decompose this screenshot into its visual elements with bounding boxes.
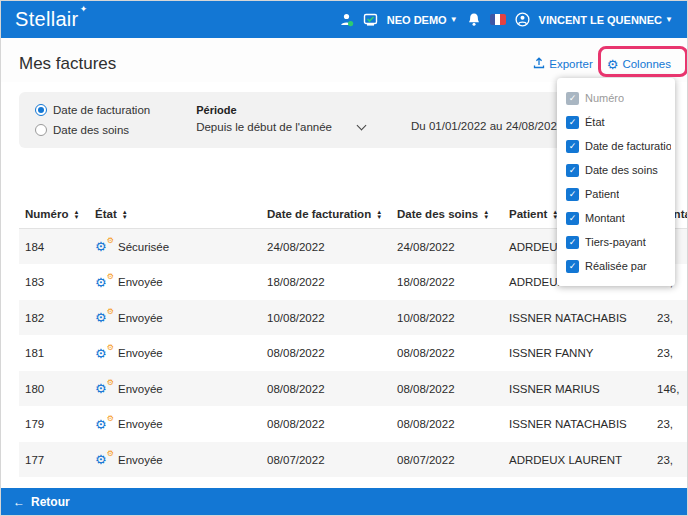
gears-status-icon: ⚙⚙ [95,418,113,431]
radio-date-soins-label: Date des soins [53,124,129,136]
cell-patient: ISSNER NATACHABIS [503,300,651,335]
column-toggle[interactable]: ✓ Tiers-payant [566,230,671,254]
cell-date-facturation: 08/08/2022 [261,335,391,370]
chevron-down-icon [357,120,367,130]
vitale-card-icon[interactable] [339,12,354,27]
page-title: Mes factures [19,54,116,74]
column-toggle[interactable]: ✓ Montant [566,206,671,230]
gear-icon: ⚙ [607,58,619,71]
cell-date-facturation: 08/08/2022 [261,406,391,441]
cell-patient: ISSNER NATACHABIS [503,406,651,441]
cell-numero: 177 [19,442,89,477]
app-logo[interactable]: Stellair ✦ [15,8,79,31]
periode-select[interactable]: Depuis le début de l'année [196,121,365,133]
columns-label: Colonnes [622,58,671,70]
column-header[interactable]: État▲▼ [89,200,261,229]
radio-date-facturation[interactable]: Date de facturation [35,104,150,116]
cell-date-soins: 18/08/2022 [391,264,503,299]
checkbox-checked-icon: ✓ [566,140,579,153]
cell-date-soins: 08/07/2022 [391,442,503,477]
checkbox-checked-icon: ✓ [566,236,579,249]
user-menu[interactable]: VINCENT LE QUENNEC ▼ [539,14,673,26]
column-toggle[interactable]: ✓ État [566,110,671,134]
cell-etat: ⚙⚙Envoyée [89,371,261,406]
cell-etat: ⚙⚙Envoyée [89,406,261,441]
cell-numero: 180 [19,371,89,406]
cell-montant: 23, [651,442,688,477]
cell-montant: 23, [651,406,688,441]
chevron-down-icon: ▼ [450,15,458,24]
column-toggle[interactable]: ✓ Réalisée par [566,254,671,278]
cell-numero: 183 [19,264,89,299]
export-button[interactable]: Exporter [533,57,592,71]
table-row[interactable]: 180 ⚙⚙Envoyée 08/08/2022 08/08/2022 ISSN… [19,371,688,406]
cell-patient: ADRDEUX LAURENT [503,442,651,477]
checkbox-checked-icon: ✓ [566,92,579,105]
cell-etat: ⚙⚙Sécurisée [89,229,261,265]
checkbox-checked-icon: ✓ [566,212,579,225]
gears-status-icon: ⚙⚙ [95,453,113,466]
column-toggle[interactable]: ✓ Date de facturation [566,134,671,158]
chevron-down-icon: ▼ [665,15,673,24]
table-row[interactable]: 181 ⚙⚙Envoyée 08/08/2022 08/08/2022 ISSN… [19,335,688,370]
date-range-text: Du 01/01/2022 au 24/08/2022 [411,120,563,132]
cell-etat: ⚙⚙Envoyée [89,442,261,477]
cell-etat: ⚙⚙Envoyée [89,264,261,299]
cell-date-soins: 24/08/2022 [391,229,503,265]
gears-status-icon: ⚙⚙ [95,347,113,360]
column-header[interactable]: Date de facturation▲▼ [261,200,391,229]
checkbox-checked-icon: ✓ [566,116,579,129]
gears-status-icon: ⚙⚙ [95,240,113,253]
notifications-bell-icon[interactable] [467,12,481,27]
app-logo-text: Stellair [15,8,79,30]
columns-button[interactable]: ⚙ Colonnes [607,58,671,71]
export-icon [533,57,545,71]
user-avatar-icon[interactable] [515,12,530,27]
sort-icon: ▲▼ [122,210,128,220]
cell-date-soins: 08/08/2022 [391,371,503,406]
account-name: NEO DEMO [387,14,447,26]
cell-date-facturation: 10/08/2022 [261,300,391,335]
cell-numero: 179 [19,406,89,441]
cell-etat: ⚙⚙Envoyée [89,300,261,335]
table-row[interactable]: 177 ⚙⚙Envoyée 08/07/2022 08/07/2022 ADRD… [19,442,688,477]
radio-selected-icon [35,104,47,116]
cell-etat: ⚙⚙Envoyée [89,335,261,370]
cell-numero: 184 [19,229,89,265]
column-toggle[interactable]: ✓ Date des soins [566,158,671,182]
radio-date-soins[interactable]: Date des soins [35,124,150,136]
periode-label: Période [196,104,365,116]
column-toggle[interactable]: ✓ Numéro [566,86,671,110]
export-label: Exporter [549,58,592,70]
table-row[interactable]: 182 ⚙⚙Envoyée 10/08/2022 10/08/2022 ISSN… [19,300,688,335]
sort-icon: ▲▼ [376,210,382,220]
footer-bar: ← Retour [1,488,687,515]
page-header: Mes factures Exporter ⚙ Colonnes [1,38,687,82]
gears-status-icon: ⚙⚙ [95,276,113,289]
cell-patient: ISSNER MARIUS [503,371,651,406]
cell-date-facturation: 08/08/2022 [261,371,391,406]
column-header[interactable]: Date des soins▲▼ [391,200,503,229]
checkbox-checked-icon: ✓ [566,164,579,177]
table-row[interactable]: 179 ⚙⚙Envoyée 08/08/2022 08/08/2022 ISSN… [19,406,688,441]
cell-patient: ISSNER FANNY [503,335,651,370]
checkbox-checked-icon: ✓ [566,260,579,273]
app-window: Stellair ✦ NEO DEMO ▼ [0,0,688,516]
radio-unselected-icon [35,124,47,136]
sort-icon: ▲▼ [483,210,489,220]
card-reader-icon[interactable] [363,12,378,27]
cell-montant: 146, [651,371,688,406]
column-toggle[interactable]: ✓ Patient [566,182,671,206]
back-button[interactable]: ← Retour [13,495,70,509]
language-flag-icon[interactable] [490,14,506,25]
gears-status-icon: ⚙⚙ [95,382,113,395]
checkbox-checked-icon: ✓ [566,188,579,201]
account-menu[interactable]: NEO DEMO ▼ [387,14,458,26]
cell-date-soins: 08/08/2022 [391,406,503,441]
radio-date-facturation-label: Date de facturation [53,104,150,116]
logo-star-icon: ✦ [80,4,88,14]
column-header[interactable]: Numéro▲▼ [19,200,89,229]
periode-selected-value: Depuis le début de l'année [196,121,332,133]
cell-date-soins: 08/08/2022 [391,335,503,370]
cell-numero: 181 [19,335,89,370]
